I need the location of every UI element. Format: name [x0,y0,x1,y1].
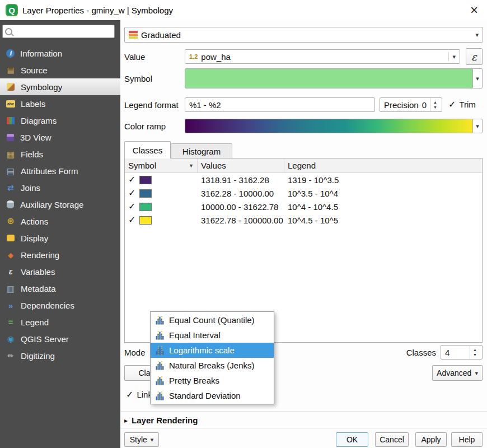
row-checkbox[interactable]: ✓ [128,189,135,198]
color-ramp-gradient[interactable] [185,119,472,133]
column-header-symbol[interactable]: Symbol ▼ [125,158,198,172]
class-legend[interactable]: 1319 - 10^3.5 [288,175,339,185]
sidebar-item-labels[interactable]: Labels [0,95,120,112]
spin-down-icon[interactable]: ▼ [473,353,477,357]
color-ramp-dropdown-arrow-icon[interactable]: ▾ [472,119,482,133]
menu-item-standard-deviation[interactable]: Standard Deviation [151,388,274,403]
sidebar-item-variables[interactable]: Variables [0,263,120,280]
sidebar-item-3d-view[interactable]: 3D View [0,129,120,146]
spinner-buttons[interactable]: ▲ ▼ [430,98,438,111]
symbology-icon [7,83,15,91]
class-color-swatch[interactable] [139,216,152,225]
column-header-label: Legend [288,161,316,170]
legend-format-label: Legend format [124,100,179,110]
classes-spin-label: Classes [400,348,436,357]
histogram-icon [156,376,165,385]
renderer-select[interactable]: Graduated ▾ [124,27,483,43]
sidebar-item-metadata[interactable]: Metadata [0,280,120,297]
spin-up-icon[interactable]: ▲ [433,100,437,104]
sidebar-item-fields[interactable]: Fields [0,146,120,162]
symbol-dropdown-arrow-icon[interactable]: ▾ [473,69,482,88]
sidebar-item-label: Display [21,234,48,243]
sidebar-item-source[interactable]: Source [0,62,120,78]
symbol-button[interactable]: ▾ [185,68,483,88]
row-checkbox[interactable]: ✓ [128,175,135,184]
sidebar-item-digitizing[interactable]: Digitizing [0,347,120,364]
sidebar-item-qgis-server[interactable]: QGIS Server [0,330,120,347]
histogram-icon [156,331,165,340]
dropdown-arrow-icon: ▾ [475,31,479,39]
precision-spinner[interactable]: Precision 0 ▲ ▼ [380,97,442,112]
class-values[interactable]: 31622.78 - 100000.00 [201,216,283,225]
footer-divider [120,428,487,428]
sidebar-search[interactable] [2,25,115,38]
help-button[interactable]: Help [451,432,483,447]
sidebar-item-label: Actions [21,217,48,226]
class-color-swatch[interactable] [139,189,152,198]
sidebar-item-rendering[interactable]: Rendering [0,246,120,263]
value-field-select[interactable]: 1.2 pow_ha ▾ [185,49,460,64]
tab-histogram[interactable]: Histogram [171,143,232,158]
sidebar-item-legend[interactable]: Legend [0,314,120,330]
sidebar-item-symbology[interactable]: Symbology [0,78,120,95]
table-row[interactable]: ✓ 10000.00 - 31622.78 10^4 - 10^4.5 [125,200,482,213]
sidebar-search-input[interactable] [15,26,112,37]
spin-down-icon[interactable]: ▼ [433,105,437,109]
value-field-name: pow_ha [201,52,231,62]
sidebar-item-diagrams[interactable]: Diagrams [0,112,120,129]
expression-builder-button[interactable]: ε [466,48,483,65]
3d-view-icon [7,134,14,141]
spin-up-icon[interactable]: ▲ [473,348,477,352]
row-checkbox[interactable]: ✓ [128,202,135,211]
menu-item-equal-interval[interactable]: Equal Interval [151,328,274,343]
class-color-swatch[interactable] [139,203,152,211]
layer-rendering-section-header[interactable]: ▸ Layer Rendering [124,416,198,425]
dropdown-arrow-icon: ▾ [475,370,478,377]
close-icon[interactable]: × [470,0,478,20]
menu-item-pretty-breaks[interactable]: Pretty Breaks [151,373,274,388]
trim-checkbox[interactable]: ✓ Trim [448,100,476,109]
table-row[interactable]: ✓ 31622.78 - 100000.00 10^4.5 - 10^5 [125,213,482,227]
class-values[interactable]: 3162.28 - 10000.00 [201,189,274,198]
class-legend[interactable]: 10^4 - 10^4.5 [288,202,338,212]
menu-item-natural-breaks[interactable]: Natural Breaks (Jenks) [151,358,274,373]
tab-classes[interactable]: Classes [124,141,171,158]
ok-button[interactable]: OK [336,432,368,447]
advanced-button[interactable]: Advanced ▾ [432,365,483,381]
legend-format-input[interactable]: %1 - %2 [189,100,221,110]
sidebar-item-attributes-form[interactable]: Attributes Form [0,162,120,179]
symbol-preview[interactable] [185,69,473,88]
menu-item-logarithmic-scale[interactable]: Logarithmic scale [151,343,274,358]
sidebar-item-information[interactable]: Information [0,45,120,62]
classes-spinner[interactable]: 4 ▲ ▼ [441,345,483,360]
symbol-column-menu-icon[interactable]: ▼ [189,163,194,169]
table-row[interactable]: ✓ 3162.28 - 10000.00 10^3.5 - 10^4 [125,186,482,200]
style-button[interactable]: Style ▾ [124,432,159,447]
sidebar-item-dependencies[interactable]: Dependencies [0,297,120,314]
apply-button[interactable]: Apply [415,432,447,447]
trim-label: Trim [459,100,475,109]
spinner-buttons[interactable]: ▲ ▼ [470,346,478,359]
class-legend[interactable]: 10^4.5 - 10^5 [288,216,338,225]
sidebar-item-display[interactable]: Display [0,230,120,246]
column-header-values[interactable]: Values [198,158,284,172]
class-legend[interactable]: 10^3.5 - 10^4 [288,189,338,198]
value-label: Value [124,52,145,62]
class-values[interactable]: 1318.91 - 3162.28 [201,175,269,185]
table-header-row: Symbol ▼ Values Legend [125,158,482,173]
class-values[interactable]: 10000.00 - 31622.78 [201,202,278,212]
table-row[interactable]: ✓ 1318.91 - 3162.28 1319 - 10^3.5 [125,173,482,186]
dropdown-arrow-icon: ▾ [452,53,456,60]
histogram-icon [156,361,165,370]
tab-classes-label: Classes [133,146,162,155]
column-header-legend[interactable]: Legend [284,158,482,172]
class-color-swatch[interactable] [139,176,152,184]
menu-item-label: Equal Count (Quantile) [169,315,255,325]
cancel-button[interactable]: Cancel [375,432,409,447]
row-checkbox[interactable]: ✓ [128,216,135,225]
sidebar-item-actions[interactable]: Actions [0,213,120,230]
menu-item-equal-count[interactable]: Equal Count (Quantile) [151,312,274,328]
sidebar-item-auxiliary-storage[interactable]: Auxiliary Storage [0,196,120,213]
color-ramp-button[interactable]: ▾ [185,119,483,133]
sidebar-item-joins[interactable]: Joins [0,179,120,196]
